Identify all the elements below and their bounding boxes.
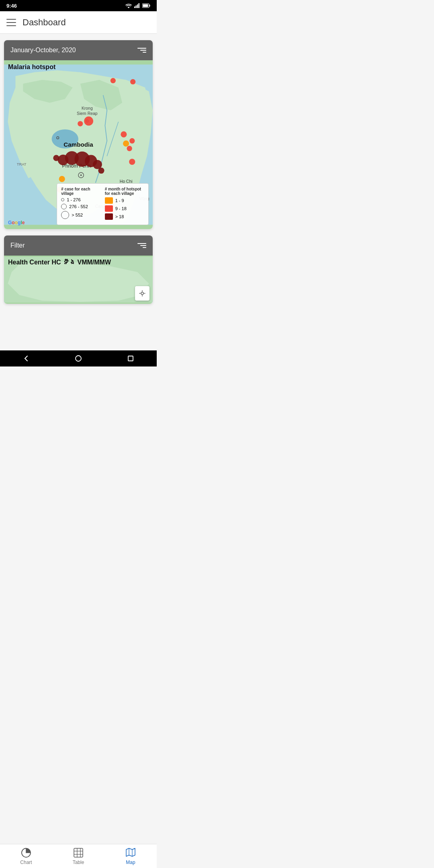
svg-point-33 xyxy=(111,78,116,83)
svg-point-34 xyxy=(121,131,127,137)
card1-header: January-October, 2020 xyxy=(4,40,153,60)
legend-month-3: > 18 xyxy=(105,213,144,220)
svg-rect-3 xyxy=(139,3,140,8)
svg-text:Siem Reap: Siem Reap xyxy=(77,111,98,116)
recents-button[interactable] xyxy=(125,352,137,364)
svg-text:Krong: Krong xyxy=(82,106,93,111)
card2-filter-button[interactable] xyxy=(137,241,146,250)
legend-case-3: > 552 xyxy=(61,211,100,219)
svg-rect-6 xyxy=(143,4,148,7)
status-icons xyxy=(125,3,150,8)
google-logo: Google xyxy=(8,220,25,225)
filter-map-view[interactable]: Health Center HC ទីង VMM/MMW xyxy=(4,256,153,304)
card2-header: Filter xyxy=(4,235,153,256)
wifi-icon xyxy=(125,3,132,8)
locate-button[interactable] xyxy=(135,286,149,301)
map-title: Malaria hotspot xyxy=(8,63,55,71)
app-bar: Dashboard xyxy=(0,11,157,34)
time: 9:46 xyxy=(6,3,17,9)
card1-title: January-October, 2020 xyxy=(10,47,76,54)
svg-rect-5 xyxy=(149,5,150,7)
home-icon xyxy=(75,355,82,362)
status-bar: 9:46 xyxy=(0,0,157,11)
map-view[interactable]: Cambodia Phnom Penh Krong Siem Reap TRAT… xyxy=(4,60,153,229)
svg-point-35 xyxy=(127,146,132,151)
signal-icon xyxy=(134,3,140,8)
legend-month-header: # month of hotspotfor each village xyxy=(105,187,144,196)
page-title: Dashboard xyxy=(23,17,66,28)
svg-point-36 xyxy=(129,159,135,165)
svg-point-40 xyxy=(59,176,65,182)
svg-point-37 xyxy=(129,138,135,143)
svg-rect-53 xyxy=(128,356,133,361)
menu-button[interactable] xyxy=(6,18,16,27)
svg-rect-0 xyxy=(134,6,135,8)
svg-text:TRAT: TRAT xyxy=(17,162,27,166)
card1-filter-button[interactable] xyxy=(137,46,146,55)
health-center-title: Health Center HC ទីង VMM/MMW xyxy=(8,259,111,266)
svg-point-39 xyxy=(123,141,129,147)
back-icon xyxy=(23,355,30,362)
svg-point-31 xyxy=(78,121,83,126)
svg-point-43 xyxy=(141,292,143,295)
svg-text:Cambodia: Cambodia xyxy=(63,141,93,148)
legend-months: # month of hotspotfor each village 1 - 9… xyxy=(105,187,144,221)
svg-point-23 xyxy=(80,174,82,176)
recents-icon xyxy=(127,355,134,362)
map-legend: # case for each village 1 - 276 276 - 55… xyxy=(57,183,149,225)
svg-point-32 xyxy=(84,117,93,126)
battery-icon xyxy=(142,3,150,8)
svg-point-52 xyxy=(76,356,81,361)
legend-month-2: 9 - 18 xyxy=(105,205,144,212)
legend-case-2: 276 - 552 xyxy=(61,204,100,209)
legend-cases: # case for each village 1 - 276 276 - 55… xyxy=(61,187,100,221)
filter-card: Filter Health Center HC ទីង VMM/MMW xyxy=(4,235,153,304)
system-nav xyxy=(0,350,157,366)
home-button[interactable] xyxy=(72,352,84,364)
locate-icon xyxy=(139,290,146,297)
svg-rect-1 xyxy=(136,6,137,8)
svg-point-30 xyxy=(98,168,104,174)
back-button[interactable] xyxy=(20,352,32,364)
svg-rect-2 xyxy=(137,4,138,8)
svg-point-38 xyxy=(130,79,135,84)
card2-title: Filter xyxy=(10,242,25,249)
map-card: January-October, 2020 xyxy=(4,40,153,229)
legend-case-header: # case for each village xyxy=(61,187,100,196)
legend-month-1: 1 - 9 xyxy=(105,197,144,204)
legend-case-1: 1 - 276 xyxy=(61,197,100,202)
